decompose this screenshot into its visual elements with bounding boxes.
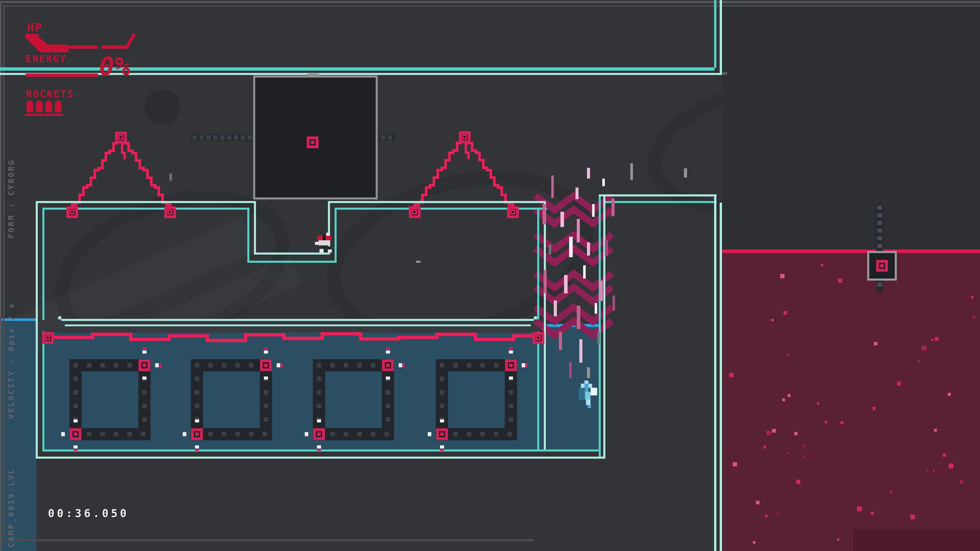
item-pixel (579, 388, 585, 400)
flow-particle (605, 240, 608, 256)
flow-particle (602, 179, 605, 186)
flow-particle (577, 219, 580, 242)
wall-line (720, 0, 722, 75)
wall-line (42, 208, 45, 320)
node-core (317, 432, 321, 436)
wall-line (0, 1, 980, 3)
node-tick (183, 432, 186, 436)
strip-dot (220, 135, 224, 140)
node-tick (277, 363, 280, 367)
node-core (462, 135, 467, 140)
flow-particle (577, 306, 580, 329)
flow-particle (576, 187, 579, 199)
node-core (311, 141, 314, 144)
rope-anchor-node (42, 332, 54, 344)
wall-line (254, 201, 256, 254)
node-tick (195, 419, 199, 422)
flow-particle (587, 242, 590, 256)
flow-particle (684, 168, 687, 178)
strip-dot (877, 213, 882, 218)
node-core (509, 364, 513, 367)
node-core (74, 432, 77, 436)
node-tick (317, 419, 321, 422)
node-tick (386, 351, 390, 354)
player-character (317, 233, 332, 253)
strip-dot (388, 135, 392, 140)
flow-particle (579, 339, 582, 363)
strip-dot (248, 135, 252, 140)
wall-line (714, 0, 716, 68)
player-pixel (315, 242, 318, 245)
energy-bar (25, 73, 98, 77)
node-tick (305, 432, 308, 436)
square-corner-node (382, 359, 394, 371)
rope-anchor-node (533, 332, 544, 344)
node-tick (522, 363, 525, 367)
strip-dot (234, 135, 239, 140)
flow-particle (544, 270, 547, 293)
rocket-icon (55, 100, 62, 112)
strip-dot (877, 229, 882, 233)
node-tick (440, 449, 444, 451)
node-tick (317, 445, 321, 448)
item-pixel (590, 388, 597, 395)
level-lines-layer (0, 0, 980, 551)
grapple-node (507, 206, 519, 218)
rocket-icon (27, 100, 33, 112)
rocket-icon (36, 100, 43, 112)
flow-particle (559, 332, 562, 350)
energy-label: ENERGY (25, 53, 67, 64)
wall-line (247, 261, 337, 263)
node-core (167, 210, 172, 214)
node-tick (142, 348, 146, 349)
flow-particle (611, 198, 614, 216)
wall-line (36, 201, 255, 203)
strip-dot (877, 206, 882, 210)
wall-line (603, 195, 605, 459)
square-corner-node (436, 428, 448, 440)
node-tick (73, 445, 78, 448)
node-tick (264, 376, 268, 380)
node-tick (440, 419, 444, 422)
target-node (307, 137, 318, 148)
player-pixel (318, 236, 323, 240)
wall-line (720, 203, 722, 551)
wall-line (330, 201, 546, 203)
flow-particle (560, 212, 564, 227)
rockets-row (27, 100, 64, 113)
node-core (880, 264, 884, 268)
flow-particle (569, 237, 573, 257)
node-core (386, 364, 390, 367)
flow-particle (583, 265, 586, 279)
node-tick (526, 363, 528, 367)
square-corner-node (260, 359, 272, 371)
grapple-node (164, 206, 176, 218)
grapple-node (115, 132, 127, 143)
strip-dot (213, 135, 218, 140)
wall-line (36, 457, 605, 459)
player-pixel (321, 233, 326, 236)
strip-dot (192, 135, 197, 140)
target-node (876, 260, 888, 272)
node-tick (264, 348, 268, 349)
hp-bar-fill (25, 34, 68, 52)
node-tick (399, 363, 402, 367)
grapple-node (66, 206, 78, 218)
grapple-node (459, 131, 471, 143)
wall-line (599, 195, 601, 457)
strip-dot (227, 135, 231, 140)
node-tick (73, 419, 78, 422)
flow-particle (595, 303, 597, 314)
strip-dot (381, 135, 385, 140)
node-tick (281, 363, 283, 367)
game-viewport[interactable]: HP ENERGY 0% ROCKETS FORM : CYBORG VELOC… (0, 0, 980, 551)
player-pixel (326, 233, 330, 236)
node-core (195, 432, 199, 436)
form-label: FORM : CYBORG (6, 131, 16, 238)
node-tick (509, 351, 513, 354)
wall-line (544, 201, 546, 451)
rockets-label: ROCKETS (26, 88, 74, 100)
node-core (45, 335, 50, 340)
item-pixel (584, 384, 589, 393)
flow-particle (551, 176, 554, 198)
